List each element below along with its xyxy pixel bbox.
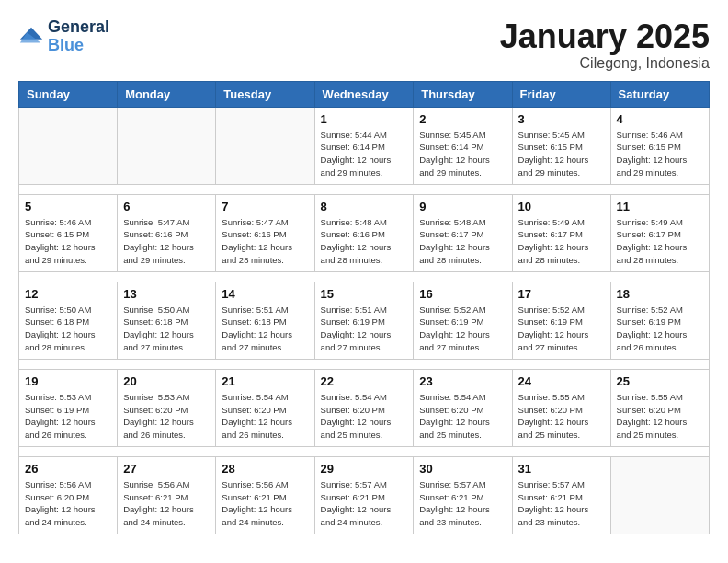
calendar-cell: 27Sunrise: 5:56 AM Sunset: 6:21 PM Dayli… [118,456,216,534]
calendar-cell: 14Sunrise: 5:51 AM Sunset: 6:18 PM Dayli… [216,282,314,359]
day-number: 29 [321,462,408,476]
calendar-cell: 7Sunrise: 5:47 AM Sunset: 6:16 PM Daylig… [216,194,314,271]
calendar-cell: 15Sunrise: 5:51 AM Sunset: 6:19 PM Dayli… [314,282,414,359]
calendar-cell [118,107,216,184]
calendar-title: January 2025 [500,18,710,55]
calendar-cell: 18Sunrise: 5:52 AM Sunset: 6:19 PM Dayli… [610,282,709,359]
day-info: Sunrise: 5:45 AM Sunset: 6:15 PM Dayligh… [518,129,605,179]
day-info: Sunrise: 5:53 AM Sunset: 6:20 PM Dayligh… [123,391,210,442]
day-number: 11 [617,200,703,213]
calendar-cell: 22Sunrise: 5:54 AM Sunset: 6:20 PM Dayli… [314,369,414,446]
day-info: Sunrise: 5:56 AM Sunset: 6:21 PM Dayligh… [222,478,308,529]
calendar-cell: 17Sunrise: 5:52 AM Sunset: 6:19 PM Dayli… [512,282,610,359]
calendar-cell [610,456,709,534]
day-info: Sunrise: 5:47 AM Sunset: 6:16 PM Dayligh… [123,216,210,267]
calendar-cell: 3Sunrise: 5:45 AM Sunset: 6:15 PM Daylig… [512,107,610,184]
logo: GeneralBlue [18,18,109,55]
calendar-cell: 16Sunrise: 5:52 AM Sunset: 6:19 PM Dayli… [414,282,512,359]
calendar-cell: 21Sunrise: 5:54 AM Sunset: 6:20 PM Dayli… [216,369,314,446]
day-info: Sunrise: 5:52 AM Sunset: 6:19 PM Dayligh… [419,304,506,354]
calendar-cell: 9Sunrise: 5:48 AM Sunset: 6:17 PM Daylig… [414,194,512,271]
day-info: Sunrise: 5:56 AM Sunset: 6:20 PM Dayligh… [25,478,111,529]
calendar-cell: 31Sunrise: 5:57 AM Sunset: 6:21 PM Dayli… [512,456,610,534]
day-info: Sunrise: 5:48 AM Sunset: 6:17 PM Dayligh… [419,216,506,267]
weekday-header-row: SundayMondayTuesdayWednesdayThursdayFrid… [19,81,710,107]
calendar-cell: 2Sunrise: 5:45 AM Sunset: 6:14 PM Daylig… [414,107,512,184]
day-number: 1 [321,112,408,126]
day-number: 21 [222,374,308,388]
week-row-2: 5Sunrise: 5:46 AM Sunset: 6:15 PM Daylig… [19,194,710,271]
calendar-cell: 13Sunrise: 5:50 AM Sunset: 6:18 PM Dayli… [118,282,216,359]
day-number: 12 [25,287,111,301]
day-number: 15 [321,287,408,301]
calendar-cell: 10Sunrise: 5:49 AM Sunset: 6:17 PM Dayli… [512,194,610,271]
day-number: 23 [419,374,506,388]
day-number: 19 [25,374,111,388]
calendar-cell: 8Sunrise: 5:48 AM Sunset: 6:16 PM Daylig… [314,194,414,271]
week-row-4: 19Sunrise: 5:53 AM Sunset: 6:19 PM Dayli… [19,369,710,446]
day-number: 13 [123,287,210,301]
day-number: 30 [419,462,506,476]
calendar-subtitle: Cilegong, Indonesia [500,55,710,72]
calendar-cell: 4Sunrise: 5:46 AM Sunset: 6:15 PM Daylig… [610,107,709,184]
day-number: 3 [518,112,605,126]
calendar-cell: 25Sunrise: 5:55 AM Sunset: 6:20 PM Dayli… [610,369,709,446]
day-info: Sunrise: 5:57 AM Sunset: 6:21 PM Dayligh… [518,478,605,529]
day-number: 25 [617,374,703,388]
weekday-header-friday: Friday [512,81,610,107]
day-info: Sunrise: 5:46 AM Sunset: 6:15 PM Dayligh… [25,216,111,267]
day-info: Sunrise: 5:46 AM Sunset: 6:15 PM Dayligh… [617,129,703,179]
day-info: Sunrise: 5:54 AM Sunset: 6:20 PM Dayligh… [321,391,408,442]
day-info: Sunrise: 5:56 AM Sunset: 6:21 PM Dayligh… [123,478,210,529]
day-number: 20 [123,374,210,388]
weekday-header-monday: Monday [118,81,216,107]
day-number: 8 [321,200,408,213]
day-info: Sunrise: 5:45 AM Sunset: 6:14 PM Dayligh… [419,129,506,179]
week-separator [19,271,710,282]
calendar-cell: 1Sunrise: 5:44 AM Sunset: 6:14 PM Daylig… [314,107,414,184]
week-separator [19,446,710,456]
calendar-cell: 6Sunrise: 5:47 AM Sunset: 6:16 PM Daylig… [118,194,216,271]
calendar-cell: 26Sunrise: 5:56 AM Sunset: 6:20 PM Dayli… [19,456,118,534]
logo-text: GeneralBlue [48,18,109,55]
day-number: 18 [617,287,703,301]
day-number: 27 [123,462,210,476]
separator-cell [19,271,710,282]
week-row-1: 1Sunrise: 5:44 AM Sunset: 6:14 PM Daylig… [19,107,710,184]
calendar-cell: 28Sunrise: 5:56 AM Sunset: 6:21 PM Dayli… [216,456,314,534]
day-info: Sunrise: 5:55 AM Sunset: 6:20 PM Dayligh… [617,391,703,442]
calendar-cell [19,107,118,184]
day-info: Sunrise: 5:54 AM Sunset: 6:20 PM Dayligh… [222,391,308,442]
day-number: 24 [518,374,605,388]
page-header: GeneralBlue January 2025 Cilegong, Indon… [18,18,710,72]
day-number: 9 [419,200,506,213]
calendar-cell: 5Sunrise: 5:46 AM Sunset: 6:15 PM Daylig… [19,194,118,271]
day-number: 5 [25,200,111,213]
weekday-header-thursday: Thursday [414,81,512,107]
day-info: Sunrise: 5:54 AM Sunset: 6:20 PM Dayligh… [419,391,506,442]
calendar-cell: 24Sunrise: 5:55 AM Sunset: 6:20 PM Dayli… [512,369,610,446]
day-info: Sunrise: 5:51 AM Sunset: 6:18 PM Dayligh… [222,304,308,354]
day-info: Sunrise: 5:49 AM Sunset: 6:17 PM Dayligh… [617,216,703,267]
day-number: 16 [419,287,506,301]
weekday-header-wednesday: Wednesday [314,81,414,107]
day-info: Sunrise: 5:50 AM Sunset: 6:18 PM Dayligh… [25,304,111,354]
calendar-cell: 11Sunrise: 5:49 AM Sunset: 6:17 PM Dayli… [610,194,709,271]
day-number: 10 [518,200,605,213]
logo-icon [18,24,44,50]
separator-cell [19,359,710,369]
day-info: Sunrise: 5:51 AM Sunset: 6:19 PM Dayligh… [321,304,408,354]
day-info: Sunrise: 5:52 AM Sunset: 6:19 PM Dayligh… [518,304,605,354]
week-separator [19,359,710,369]
day-number: 17 [518,287,605,301]
calendar-cell: 29Sunrise: 5:57 AM Sunset: 6:21 PM Dayli… [314,456,414,534]
day-info: Sunrise: 5:55 AM Sunset: 6:20 PM Dayligh… [518,391,605,442]
day-info: Sunrise: 5:53 AM Sunset: 6:19 PM Dayligh… [25,391,111,442]
day-info: Sunrise: 5:49 AM Sunset: 6:17 PM Dayligh… [518,216,605,267]
calendar-cell: 12Sunrise: 5:50 AM Sunset: 6:18 PM Dayli… [19,282,118,359]
day-info: Sunrise: 5:57 AM Sunset: 6:21 PM Dayligh… [419,478,506,529]
calendar-cell: 20Sunrise: 5:53 AM Sunset: 6:20 PM Dayli… [118,369,216,446]
weekday-header-tuesday: Tuesday [216,81,314,107]
day-info: Sunrise: 5:50 AM Sunset: 6:18 PM Dayligh… [123,304,210,354]
day-number: 14 [222,287,308,301]
